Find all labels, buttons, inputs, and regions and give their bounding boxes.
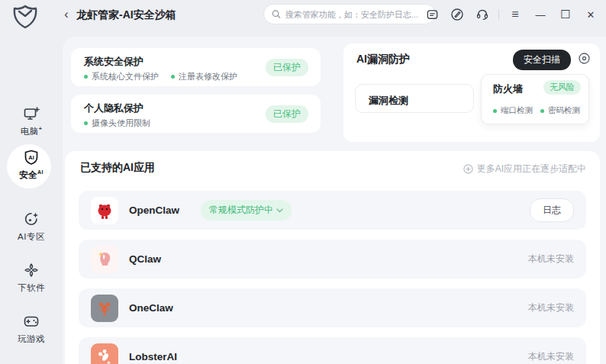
bullet-item: 注册表修改保护 [171, 71, 237, 82]
chevron-down-icon [276, 208, 283, 213]
privacy-protection-title: 个人隐私保护 [84, 101, 143, 115]
firewall-card[interactable]: 防火墙 无风险 端口检测 密码检测 [481, 74, 589, 124]
close-button[interactable]: ✕ [582, 5, 600, 24]
scan-settings-icon[interactable] [578, 52, 591, 65]
vulnerability-detect-title: 漏洞检测 [369, 94, 408, 108]
ai-vulnerability-panel: AI漏洞防护 安全扫描 漏洞检测 防火墙 无风险 端口检测 密码检测 [343, 43, 600, 142]
apps-more-note: 更多AI应用正在逐步适配中 [463, 163, 586, 176]
sidebar-item-ai-zone[interactable]: AI专区 [0, 211, 63, 243]
app-name: LobsterAI [129, 351, 190, 362]
qclaw-app-icon [91, 246, 118, 273]
sidebar-label-computer: 电脑 [21, 127, 39, 136]
protection-mode-dropdown[interactable]: 常规模式防护中 [201, 200, 292, 221]
green-dot-icon [540, 109, 544, 113]
sidebar-item-software[interactable]: 下软件 [0, 262, 63, 294]
page-title: 龙虾管家-AI安全沙箱 [76, 8, 176, 22]
titlebar-actions: ≡ — ☐ ✕ [423, 5, 600, 24]
bullet-item: 系统核心文件保护 [84, 71, 159, 82]
bullet-item: 摄像头使用限制 [84, 118, 150, 129]
titlebar: ‹ 龙虾管家-AI安全沙箱 [0, 0, 606, 37]
security-scan-button[interactable]: 安全扫描 [513, 50, 571, 70]
titlebar-divider [498, 9, 499, 20]
sidebar-label-computer-sup: + [39, 126, 43, 131]
search-bar[interactable] [263, 4, 436, 24]
sidebar-label-ai-zone: AI专区 [18, 232, 45, 241]
oneclaw-app-icon [91, 295, 118, 322]
green-dot-icon [493, 109, 497, 113]
theme-pen-icon[interactable] [448, 5, 466, 24]
search-icon [272, 9, 281, 19]
app-logo-shield-icon [11, 5, 39, 29]
menu-icon[interactable]: ≡ [506, 5, 524, 24]
sidebar-label-security-sup: AI [37, 169, 44, 175]
app-name: OneClaw [129, 302, 190, 314]
app-row-qclaw[interactable]: QClaw 本机未安装 [79, 240, 586, 279]
feedback-icon[interactable] [423, 5, 441, 24]
green-dot-icon [84, 121, 88, 125]
shield-ai-icon: AI [23, 149, 40, 166]
system-protection-card[interactable]: 系统安全保护 系统核心文件保护 注册表修改保护 已保护 [71, 48, 321, 86]
svg-text:AI: AI [28, 154, 34, 161]
customer-service-headset-icon[interactable] [473, 5, 492, 24]
search-input[interactable] [285, 10, 427, 19]
openclaw-app-icon [91, 197, 118, 224]
privacy-protection-bullets: 摄像头使用限制 [84, 118, 150, 129]
sidebar-label-software: 下软件 [18, 283, 45, 292]
firewall-bullets: 端口检测 密码检测 [493, 105, 580, 116]
log-button[interactable]: 日志 [530, 198, 574, 222]
sidebar-label-games: 玩游戏 [18, 334, 45, 343]
system-protection-title: 系统安全保护 [84, 55, 143, 69]
sidebar-item-games[interactable]: 玩游戏 [0, 313, 63, 345]
install-status: 本机未安装 [528, 253, 574, 266]
sidebar: 电脑+ AI 安全AI AI专区 下软件 [0, 37, 63, 364]
protected-status-badge: 已保护 [266, 105, 308, 123]
bullet-item: 密码检测 [540, 105, 580, 116]
vulnerability-detect-card[interactable]: 漏洞检测 [355, 84, 474, 113]
vuln-panel-title: AI漏洞防护 [356, 53, 410, 66]
app-name: OpenClaw [129, 205, 190, 216]
supported-apps-panel: 已支持的AI应用 更多AI应用正在逐步适配中 OpenClaw 常规模式防护中 [65, 151, 600, 364]
back-button[interactable]: ‹ [60, 6, 73, 23]
sidebar-item-computer[interactable]: 电脑+ [0, 105, 63, 137]
app-row-oneclaw[interactable]: OneClaw 本机未安装 [79, 288, 586, 327]
app-name: QClaw [129, 253, 190, 265]
gamepad-icon [23, 313, 40, 330]
ai-zone-sparkle-icon [23, 211, 40, 227]
privacy-protection-card[interactable]: 个人隐私保护 摄像头使用限制 已保护 [71, 95, 321, 133]
install-status: 本机未安装 [528, 301, 574, 314]
apps-panel-title: 已支持的AI应用 [80, 161, 155, 175]
firewall-title: 防火墙 [493, 82, 523, 96]
firewall-risk-badge: 无风险 [543, 80, 581, 95]
install-status: 本机未安装 [528, 350, 574, 363]
minimize-button[interactable]: — [531, 5, 550, 24]
maximize-button[interactable]: ☐ [556, 5, 575, 24]
bullet-item: 端口检测 [493, 105, 533, 116]
system-protection-bullets: 系统核心文件保护 注册表修改保护 [84, 71, 237, 82]
app-row-lobsterai[interactable]: LobsterAI 本机未安装 [79, 337, 586, 364]
protected-status-badge: 已保护 [266, 59, 308, 76]
plus-circle-icon [463, 164, 473, 174]
green-dot-icon [84, 75, 88, 79]
sidebar-label-security: 安全 [19, 170, 37, 179]
green-dot-icon [171, 75, 175, 79]
app-row-openclaw[interactable]: OpenClaw 常规模式防护中 日志 [79, 191, 586, 230]
lobsterai-app-icon [91, 343, 118, 364]
software-center-icon [23, 262, 40, 279]
computer-plus-icon [23, 105, 40, 122]
sidebar-item-security-ai[interactable]: AI 安全AI [0, 149, 63, 181]
